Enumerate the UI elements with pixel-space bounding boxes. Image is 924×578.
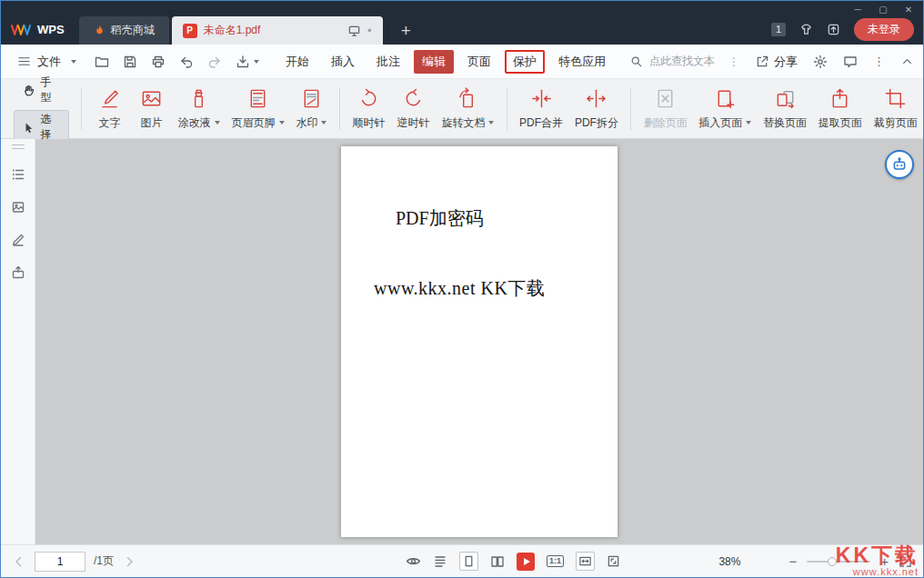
fit-page-icon[interactable] [607, 554, 620, 568]
tab-insert[interactable]: 插入 [323, 50, 363, 74]
tool-text-edit[interactable]: 文字 [88, 84, 130, 135]
flame-icon [94, 25, 105, 37]
single-page-view-button[interactable] [459, 552, 478, 571]
tool-correction-fluid[interactable]: 涂改液 [172, 84, 226, 135]
text-edit-icon [98, 87, 121, 110]
fit-width-button[interactable] [576, 552, 595, 571]
tab-close-dot-icon[interactable]: • [367, 25, 372, 36]
toolbar-divider [630, 88, 631, 130]
left-panel-bar [1, 139, 35, 544]
outline-panel-button[interactable] [11, 167, 25, 182]
zoom-slider[interactable] [807, 561, 870, 563]
fullscreen-icon[interactable] [899, 554, 912, 568]
tool-label: 裁剪页面 [874, 115, 918, 131]
chevron-down-icon [746, 121, 751, 125]
tab-document[interactable]: P 未命名1.pdf • [172, 16, 383, 45]
find-text-box[interactable]: 点此查找文本 ⋮ [630, 54, 739, 69]
settings-gear-icon[interactable] [813, 55, 828, 69]
page-body-text: www.kkx.net KK下载 [374, 276, 545, 301]
window-count-badge[interactable]: 1 [771, 23, 786, 36]
zoom-out-button[interactable]: − [788, 554, 797, 568]
pdf-file-icon: P [183, 24, 197, 38]
tool-image[interactable]: 图片 [130, 84, 172, 135]
tool-label: 水印 [296, 115, 317, 131]
page-number-input[interactable] [35, 552, 85, 572]
export-icon [236, 55, 250, 69]
share-icon [756, 55, 769, 68]
undo-icon [179, 55, 194, 69]
tool-rotate-clockwise[interactable]: 顺时针 [346, 84, 391, 135]
tab-protect[interactable]: 保护 [505, 50, 545, 74]
close-icon: ✕ [905, 5, 912, 15]
tool-label: 文字 [98, 115, 120, 131]
redo-button[interactable] [207, 55, 222, 69]
file-menu-button[interactable]: 文件 [10, 54, 84, 70]
image-icon [140, 87, 163, 110]
tool-insert-page[interactable]: 插入页面 [693, 84, 758, 135]
tool-label: 旋转文档 [441, 115, 485, 131]
more-options-icon[interactable]: ⋮ [873, 55, 885, 68]
assistant-fab-button[interactable] [885, 150, 914, 179]
tab-page[interactable]: 页面 [459, 50, 499, 74]
zoom-controls: 38% − + [718, 554, 912, 568]
tab-home[interactable]: 开始 [277, 50, 317, 74]
member-upgrade-icon[interactable] [827, 23, 840, 36]
tool-pdf-merge[interactable]: PDF合并 [514, 84, 569, 135]
minimize-button[interactable]: ─ [845, 1, 870, 17]
eye-protect-icon[interactable] [406, 553, 421, 569]
tool-rotate-counterclockwise[interactable]: 逆时针 [391, 84, 436, 135]
document-canvas[interactable]: PDF加密码 www.kkx.net KK下载 [35, 139, 923, 544]
tool-delete-page[interactable]: 删除页面 [638, 84, 693, 135]
hand-tool-button[interactable]: 手型 [14, 73, 69, 107]
play-slideshow-button[interactable] [517, 553, 535, 571]
zoom-in-button[interactable]: + [880, 554, 889, 568]
zoom-slider-thumb[interactable] [828, 557, 837, 566]
tool-pdf-split[interactable]: PDF拆分 [568, 84, 624, 135]
tab-edit[interactable]: 编辑 [414, 50, 454, 74]
skin-center-icon[interactable] [799, 23, 813, 36]
menubar: 文件 开始 插入 批注 编辑 页面 保护 特色应用 点此查找文本 ⋮ [1, 45, 923, 79]
new-tab-button[interactable]: + [396, 21, 417, 45]
save-button[interactable] [123, 55, 137, 69]
toolbar-divider [339, 88, 340, 130]
tool-replace-page[interactable]: 替换页面 [758, 84, 813, 135]
comment-bubble-icon[interactable] [843, 55, 858, 69]
tool-extract-page[interactable]: 提取页面 [812, 84, 868, 135]
wps-menu-button[interactable]: WPS [1, 14, 77, 45]
tool-rotate-document[interactable]: 旋转文档 [436, 84, 500, 135]
next-view-icon[interactable] [122, 554, 136, 569]
search-options-icon[interactable]: ⋮ [728, 55, 739, 68]
tab-comment[interactable]: 批注 [368, 50, 408, 74]
actual-size-button[interactable]: 1:1 [547, 555, 564, 567]
monitor-icon[interactable] [347, 24, 361, 37]
open-file-button[interactable] [95, 55, 109, 69]
tool-header-footer[interactable]: 页眉页脚 [226, 84, 290, 135]
zoom-level-label[interactable]: 38% [718, 555, 740, 568]
close-button[interactable]: ✕ [896, 1, 921, 17]
tab-special-features[interactable]: 特色应用 [550, 50, 614, 74]
tool-label: PDF合并 [519, 115, 563, 131]
rotate-document-icon [457, 87, 479, 110]
annotation-panel-button[interactable] [11, 233, 25, 247]
tool-label: 提取页面 [819, 115, 862, 131]
attachment-panel-button[interactable] [11, 265, 25, 280]
thumbnail-panel-button[interactable] [11, 200, 25, 214]
collapse-ribbon-icon[interactable] [900, 55, 914, 68]
login-button[interactable]: 未登录 [854, 18, 914, 41]
two-page-view-icon[interactable] [490, 554, 505, 569]
undo-button[interactable] [179, 55, 194, 69]
continuous-scroll-icon[interactable] [433, 554, 447, 569]
previous-view-icon[interactable] [12, 554, 26, 569]
tool-watermark[interactable]: 水印 [290, 84, 333, 135]
rotate-ccw-icon [402, 87, 425, 110]
hand-icon [22, 84, 35, 97]
tab-docer-store[interactable]: 稻壳商城 [79, 16, 169, 45]
output-button[interactable] [236, 55, 259, 69]
tool-label: PDF拆分 [575, 115, 618, 131]
maximize-button[interactable]: ▢ [870, 1, 896, 17]
share-button[interactable]: 分享 [756, 54, 798, 70]
tool-crop-page[interactable]: 裁剪页面 [868, 84, 923, 135]
pdf-page[interactable]: PDF加密码 www.kkx.net KK下载 [341, 146, 618, 537]
panel-drag-handle[interactable] [12, 144, 25, 149]
print-button[interactable] [151, 55, 166, 69]
